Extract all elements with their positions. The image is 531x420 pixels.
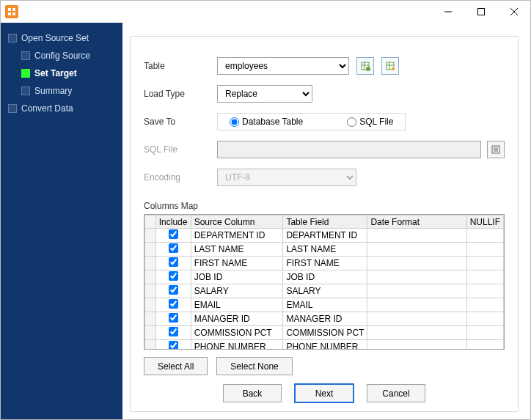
table-label: Table xyxy=(144,61,217,71)
table-row[interactable]: LAST NAMELAST NAME xyxy=(145,243,504,257)
date-format-cell[interactable] xyxy=(367,270,466,284)
sql-file-label: SQL File xyxy=(144,144,217,155)
step-convert-data[interactable]: Convert Data xyxy=(8,103,115,114)
include-checkbox[interactable] xyxy=(169,299,178,309)
date-format-cell[interactable] xyxy=(367,340,466,350)
table-row[interactable]: DEPARTMENT IDDEPARTMENT ID xyxy=(145,229,504,243)
col-header-dateformat[interactable]: Date Format xyxy=(367,215,466,229)
table-row[interactable]: COMMISSION PCTCOMMISSION PCT xyxy=(145,326,504,340)
app-icon xyxy=(5,5,18,18)
wizard-sidebar: Open Source Set Config Source Set Target… xyxy=(1,23,122,419)
svg-rect-3 xyxy=(12,12,15,15)
include-checkbox[interactable] xyxy=(169,257,178,267)
table-row[interactable]: PHONE NUMBERPHONE NUMBER xyxy=(145,340,504,350)
source-column-cell[interactable]: DEPARTMENT ID xyxy=(191,229,283,243)
step-open-source-set[interactable]: Open Source Set xyxy=(8,33,115,43)
col-header-source[interactable]: Source Column xyxy=(191,215,283,229)
date-format-cell[interactable] xyxy=(367,298,466,312)
table-field-cell[interactable]: FIRST NAME xyxy=(283,257,367,270)
step-config-source[interactable]: Config Source xyxy=(21,51,115,61)
svg-rect-5 xyxy=(477,9,484,15)
minimize-button[interactable] xyxy=(431,1,464,23)
include-checkbox[interactable] xyxy=(169,243,178,253)
select-none-button[interactable]: Select None xyxy=(216,357,292,375)
browse-file-icon[interactable] xyxy=(487,141,505,158)
table-field-cell[interactable]: LAST NAME xyxy=(283,243,367,257)
table-field-cell[interactable]: COMMISSION PCT xyxy=(283,326,367,340)
titlebar xyxy=(1,1,530,23)
table-field-cell[interactable]: MANAGER ID xyxy=(283,312,367,326)
include-checkbox[interactable] xyxy=(169,341,178,350)
include-checkbox[interactable] xyxy=(169,271,178,281)
svg-rect-1 xyxy=(12,8,15,11)
close-button[interactable] xyxy=(497,1,530,23)
source-column-cell[interactable]: FIRST NAME xyxy=(191,257,283,270)
table-field-cell[interactable]: JOB ID xyxy=(283,270,367,284)
save-to-db-radio[interactable]: Database Table xyxy=(230,117,303,127)
table-row[interactable]: FIRST NAMEFIRST NAME xyxy=(145,257,504,270)
refresh-table-icon[interactable] xyxy=(356,57,374,75)
select-all-button[interactable]: Select All xyxy=(144,357,208,375)
cancel-button[interactable]: Cancel xyxy=(367,384,425,402)
nullif-cell[interactable] xyxy=(466,257,503,270)
source-column-cell[interactable]: SALARY xyxy=(191,284,283,298)
svg-rect-2 xyxy=(8,12,11,15)
source-column-cell[interactable]: EMAIL xyxy=(191,298,283,312)
col-header-nullif[interactable]: NULLIF xyxy=(466,215,503,229)
date-format-cell[interactable] xyxy=(367,229,466,243)
source-column-cell[interactable]: COMMISSION PCT xyxy=(191,326,283,340)
save-to-label: Save To xyxy=(144,117,217,127)
nullif-cell[interactable] xyxy=(466,229,503,243)
nullif-cell[interactable] xyxy=(466,298,503,312)
nullif-cell[interactable] xyxy=(466,312,503,326)
source-column-cell[interactable]: JOB ID xyxy=(191,270,283,284)
nullif-cell[interactable] xyxy=(466,284,503,298)
table-row[interactable]: MANAGER IDMANAGER ID xyxy=(145,312,504,326)
table-field-cell[interactable]: DEPARTMENT ID xyxy=(283,229,367,243)
next-button[interactable]: Next xyxy=(295,384,354,402)
date-format-cell[interactable] xyxy=(367,312,466,326)
nullif-cell[interactable] xyxy=(466,243,503,257)
table-row[interactable]: JOB IDJOB ID xyxy=(145,270,504,284)
col-header-field[interactable]: Table Field xyxy=(283,215,367,229)
table-row[interactable]: EMAILEMAIL xyxy=(145,298,504,312)
source-column-cell[interactable]: PHONE NUMBER xyxy=(191,340,283,350)
include-checkbox[interactable] xyxy=(169,313,178,323)
maximize-button[interactable] xyxy=(464,1,497,23)
include-checkbox[interactable] xyxy=(169,229,178,239)
source-column-cell[interactable]: MANAGER ID xyxy=(191,312,283,326)
save-to-sql-radio[interactable]: SQL File xyxy=(347,117,393,127)
nullif-cell[interactable] xyxy=(466,340,503,350)
nullif-cell[interactable] xyxy=(466,270,503,284)
back-button[interactable]: Back xyxy=(223,384,282,402)
svg-rect-0 xyxy=(8,8,11,11)
table-field-cell[interactable]: SALARY xyxy=(283,284,367,298)
date-format-cell[interactable] xyxy=(367,257,466,270)
sql-file-input xyxy=(217,141,481,158)
table-select[interactable]: employees xyxy=(217,57,349,75)
step-set-target[interactable]: Set Target xyxy=(21,68,115,78)
date-format-cell[interactable] xyxy=(367,284,466,298)
nullif-cell[interactable] xyxy=(466,326,503,340)
load-type-select[interactable]: Replace xyxy=(217,85,312,103)
table-row[interactable]: SALARYSALARY xyxy=(145,284,504,298)
load-type-label: Load Type xyxy=(144,89,217,99)
svg-point-11 xyxy=(366,67,370,71)
columns-map-table[interactable]: Include Source Column Table Field Date F… xyxy=(144,214,505,350)
col-header-include[interactable]: Include xyxy=(155,215,191,229)
step-summary[interactable]: Summary xyxy=(21,86,115,96)
table-field-cell[interactable]: EMAIL xyxy=(283,298,367,312)
date-format-cell[interactable] xyxy=(367,326,466,340)
date-format-cell[interactable] xyxy=(367,243,466,257)
include-checkbox[interactable] xyxy=(169,327,178,336)
table-field-cell[interactable]: PHONE NUMBER xyxy=(283,340,367,350)
include-checkbox[interactable] xyxy=(169,285,178,295)
source-column-cell[interactable]: LAST NAME xyxy=(191,243,283,257)
new-table-icon[interactable] xyxy=(381,57,399,75)
encoding-select: UTF-8 xyxy=(217,169,356,186)
columns-map-label: Columns Map xyxy=(144,201,505,211)
encoding-label: Encoding xyxy=(144,172,217,183)
